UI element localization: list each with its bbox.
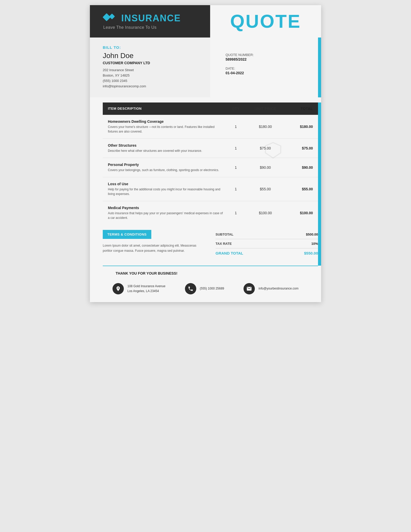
footer-email-item: info@yourbestinsurance.com [244,283,298,294]
totals-section: SUBTOTAL $500.00 TAX RATE 10% GRAND TOTA… [210,225,318,266]
logo-text: INSURANCE [121,13,181,24]
item-total-2: $90.00 [282,165,313,170]
table: ITEM DESCRIPTION QTY UNIT PRICE TOTAL Ho… [103,102,318,225]
footer-address-text: 108 Gold Insurance AvenueLos Angeles, LA… [127,284,165,294]
bill-phone: (555) 1000 2345 [103,79,200,83]
table-wrap: ITEM DESCRIPTION QTY UNIT PRICE TOTAL Ho… [90,102,321,225]
item-name-2: Personal Property [108,163,223,167]
svg-rect-0 [103,13,111,21]
subtotal-row: SUBTOTAL $500.00 [216,230,318,239]
bill-right: QUOTE NUMBER: 589985/2022 DATE: 01-04-20… [210,38,321,97]
header-quote-section: QUOTE [210,5,321,38]
email-icon [244,283,255,294]
footer-phone-text: (555) 1000 25689 [200,286,224,291]
quote-date-label: DATE: [226,67,311,70]
logo-tagline: Leave The Insurance To Us [103,25,200,30]
item-name-3: Loss of Use [108,182,223,186]
bill-section: BILL TO: John Doe CUSTOMER COMPANY LTD 2… [90,38,321,97]
quote-date: DATE: 01-04-2022 [226,67,311,75]
quote-date-value: 01-04-2022 [226,71,311,75]
item-desc-col: Loss of Use Help for paying for the addi… [108,182,223,196]
grand-total-label: GRAND TOTAL [216,251,243,255]
item-unit-2: $90.00 [249,165,282,170]
item-desc-4: Auto insurance that helps pay your or yo… [108,211,223,220]
tax-row: TAX RATE 10% [216,239,318,248]
tax-value: 10% [311,242,318,246]
item-desc-0: Covers your home's structure —not its co… [108,125,223,134]
item-unit-4: $100.00 [249,211,282,215]
item-name-0: Homeowners Dwelling Coverage [108,119,223,124]
item-total-1: $75.00 [282,146,313,150]
item-qty-0: 1 [223,125,249,129]
col-unit-header: UNIT PRICE [249,107,282,111]
terms-text: Lorem Ipsum dolor sit amet, consectetuer… [103,243,205,254]
footer-contact: 108 Gold Insurance AvenueLos Angeles, LA… [90,278,321,302]
item-total-4: $100.00 [282,211,313,215]
quote-number: QUOTE NUMBER: 589985/2022 [226,53,311,61]
item-desc-2: Covers your belongings, such as furnitur… [108,168,223,172]
quote-title: QUOTE [230,11,301,32]
bill-address: 202 Insurance Street [103,68,200,72]
bill-city: Boston, XY 14825 [103,73,200,77]
item-desc-col: Other Structures Describe here what othe… [108,143,223,153]
grand-total-row: GRAND TOTAL $550.00 [216,248,318,258]
bill-name: John Doe [103,52,200,60]
item-desc-3: Help for paying for the additional costs… [108,187,223,196]
table-header: ITEM DESCRIPTION QTY UNIT PRICE TOTAL [103,102,318,115]
bill-email: info@topinsurancecomp.com [103,84,200,88]
item-name-1: Other Structures [108,143,223,147]
blue-sidebar-bar [318,38,321,97]
item-unit-3: $55.00 [249,187,282,191]
header-logo-section: INSURANCE Leave The Insurance To Us [90,5,210,38]
item-qty-2: 1 [223,165,249,170]
subtotal-label: SUBTOTAL [216,232,233,236]
item-name-4: Medical Payments [108,206,223,210]
page: INSURANCE Leave The Insurance To Us QUOT… [90,5,321,302]
bill-left: BILL TO: John Doe CUSTOMER COMPANY LTD 2… [90,38,210,97]
item-desc-col: Medical Payments Auto insurance that hel… [108,206,223,220]
totals-blue-sidebar [318,102,321,266]
email-svg [246,286,252,292]
svg-rect-1 [109,14,115,20]
logo-row: INSURANCE [103,13,200,24]
item-desc-1: Describe here what other structures are … [108,148,223,153]
thank-you-section: THANK YOU FOR YOUR BUSINESS! [103,266,318,278]
bill-company: CUSTOMER COMPANY LTD [103,61,200,65]
footer-address-item: 108 Gold Insurance AvenueLos Angeles, LA… [113,283,165,294]
thank-you-text: THANK YOU FOR YOUR BUSINESS! [116,271,178,275]
item-qty-3: 1 [223,187,249,191]
grand-total-value: $550.00 [304,251,318,255]
pin-svg [115,286,121,292]
item-desc-col: Homeowners Dwelling Coverage Covers your… [108,119,223,134]
terms-button[interactable]: TERMS & CONDITIONS [103,230,151,239]
table-row: Medical Payments Auto insurance that hel… [103,201,318,225]
item-total-3: $55.00 [282,187,313,191]
shield-watermark [264,141,282,159]
quote-number-value: 589985/2022 [226,57,311,61]
table-area: ITEM DESCRIPTION QTY UNIT PRICE TOTAL Ho… [90,102,321,266]
col-item-header: ITEM DESCRIPTION [108,107,223,111]
col-qty-header: QTY [223,107,249,111]
header: INSURANCE Leave The Insurance To Us QUOT… [90,5,321,38]
item-qty-1: 1 [223,146,249,150]
tax-label: TAX RATE [216,242,232,246]
table-row: Personal Property Covers your belongings… [103,158,318,177]
footer-phone-item: (555) 1000 25689 [185,283,224,294]
table-row: Other Structures Describe here what othe… [103,139,318,158]
subtotal-value: $500.00 [306,232,318,236]
phone-svg [188,286,193,292]
quote-number-label: QUOTE NUMBER: [226,53,311,57]
bill-to-label: BILL TO: [103,45,200,50]
phone-icon [185,283,196,294]
item-desc-col: Personal Property Covers your belongings… [108,163,223,172]
table-row: Loss of Use Help for paying for the addi… [103,177,318,201]
logo-icon [103,13,118,23]
terms-section: TERMS & CONDITIONS Lorem Ipsum dolor sit… [103,225,210,266]
table-row: Homeowners Dwelling Coverage Covers your… [103,115,318,139]
svg-marker-2 [265,143,281,158]
footer-email-text: info@yourbestinsurance.com [258,286,298,291]
item-unit-1: $75.00 [249,146,282,150]
logo-svg [103,13,118,23]
col-total-header: TOTAL [282,107,313,111]
location-icon [113,283,124,294]
